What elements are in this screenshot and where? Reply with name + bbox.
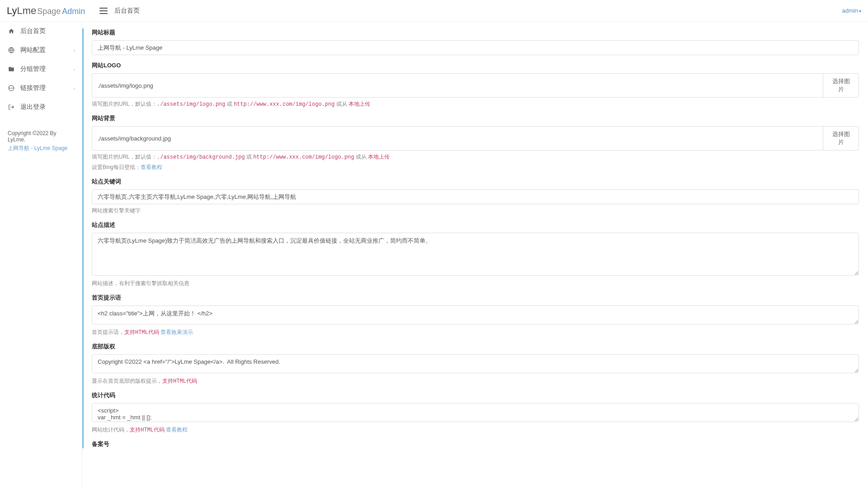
sidebar-item-logout[interactable]: 退出登录 [0, 98, 82, 117]
logo-admin: Admin [62, 7, 85, 16]
folder-icon [8, 66, 15, 73]
site-title-label: 网站标题 [92, 28, 859, 37]
home-tip-textarea[interactable]: <h2 class="title">上网，从这里开始！ </h2> [92, 305, 859, 324]
footer-copyright-label: 底部版权 [92, 343, 859, 351]
form-group-site-title: 网站标题 [92, 28, 859, 55]
logout-icon [8, 103, 15, 111]
demo-link[interactable]: 查看效果演示 [159, 329, 193, 335]
header: LyLmeSpageAdmin 后台首页 admin [0, 0, 868, 22]
sidebar-footer: Copyright ©2022 By LyLme. 上网导航 - LyLme S… [0, 130, 82, 152]
bing-tutorial-link[interactable]: 查看教程 [141, 164, 162, 170]
form-group-footer-copyright: 底部版权 Copyright ©2022 <a href="/">LyLme S… [92, 343, 859, 385]
site-logo-help: 填写图片的URL，默认值：./assets/img/logo.png 或 htt… [92, 100, 859, 108]
sidebar-item-label: 后台首页 [20, 27, 46, 35]
breadcrumb: 后台首页 [114, 7, 140, 15]
menu-toggle[interactable]: 后台首页 [99, 7, 140, 15]
site-bg-select-button[interactable]: 选择图片 [823, 126, 859, 150]
form-group-site-logo: 网站LOGO 选择图片 填写图片的URL，默认值：./assets/img/lo… [92, 61, 859, 108]
home-tip-help: 首页提示语，支持HTML代码 查看效果演示 [92, 328, 859, 336]
site-logo-label: 网站LOGO [92, 61, 859, 70]
site-logo-select-button[interactable]: 选择图片 [823, 73, 859, 98]
keywords-input[interactable] [92, 189, 859, 204]
sidebar-item-label: 分组管理 [20, 65, 46, 73]
logo-lme: Lme [17, 5, 36, 17]
sidebar-item-link-manage[interactable]: 链接管理 › [0, 79, 82, 98]
stat-code-label: 统计代码 [92, 391, 859, 399]
header-left: LyLmeSpageAdmin 后台首页 [7, 5, 140, 17]
form-group-site-bg: 网站背景 选择图片 填写图片的URL，默认值：./assets/img/back… [92, 114, 859, 171]
stat-code-help: 网站统计代码，支持HTML代码 查看教程 [92, 426, 859, 434]
form-group-home-tip: 首页提示语 <h2 class="title">上网，从这里开始！ </h2> … [92, 294, 859, 336]
desc-label: 站点描述 [92, 221, 859, 229]
local-upload-link[interactable]: 本地上传 [349, 101, 370, 108]
footer-copyright-textarea[interactable]: Copyright ©2022 <a href="/">LyLme Spage<… [92, 354, 859, 373]
logo-spage: Spage [37, 7, 61, 16]
desc-help: 网站描述，有利于搜索引擎抓取相关信息 [92, 280, 859, 287]
stat-code-textarea[interactable]: <script> var _hmt = _hmt || []; [92, 403, 859, 422]
user-menu[interactable]: admin [842, 7, 861, 14]
form-group-icp: 备案号 [92, 440, 859, 448]
stat-tutorial-link[interactable]: 查看教程 [165, 427, 188, 433]
local-upload-link[interactable]: 本地上传 [368, 154, 390, 160]
sidebar-footer-link[interactable]: 上网导航 - LyLme Spage [8, 145, 74, 152]
logo[interactable]: LyLmeSpageAdmin [7, 5, 85, 17]
logo-ly: Ly [7, 5, 17, 17]
link-icon [8, 84, 15, 92]
bing-help: 设置Bing每日壁纸：查看教程 [92, 164, 859, 171]
config-form: 网站标题 网站LOGO 选择图片 填写图片的URL，默认值：./assets/i… [82, 28, 859, 448]
site-bg-label: 网站背景 [92, 114, 859, 122]
chevron-right-icon: › [74, 86, 75, 91]
site-logo-input[interactable] [92, 73, 823, 98]
chevron-right-icon: › [74, 48, 75, 53]
main-content: 网站标题 网站LOGO 选择图片 填写图片的URL，默认值：./assets/i… [82, 22, 868, 488]
form-group-desc: 站点描述 六零导航页(LyLme Spage)致力于简洁高效无广告的上网导航和搜… [92, 221, 859, 287]
sidebar: 后台首页 网站配置 › 分组管理 › 链接管理 [0, 22, 82, 488]
sidebar-item-dashboard[interactable]: 后台首页 [0, 22, 82, 41]
icp-label: 备案号 [92, 440, 859, 448]
keywords-label: 站点关键词 [92, 178, 859, 186]
sidebar-copyright: Copyright ©2022 By LyLme. [8, 130, 57, 143]
hamburger-icon [99, 8, 108, 14]
globe-icon [8, 47, 15, 54]
keywords-help: 网站搜索引擎关键字 [92, 207, 859, 215]
site-bg-help: 填写图片的URL，默认值：./assets/img/background.jpg… [92, 153, 859, 161]
sidebar-item-group-manage[interactable]: 分组管理 › [0, 60, 82, 79]
home-icon [8, 28, 15, 35]
sidebar-item-site-config[interactable]: 网站配置 › [0, 41, 82, 60]
sidebar-item-label: 链接管理 [20, 84, 46, 92]
site-title-input[interactable] [92, 40, 859, 55]
form-group-keywords: 站点关键词 网站搜索引擎关键字 [92, 178, 859, 215]
form-group-stat-code: 统计代码 <script> var _hmt = _hmt || []; 网站统… [92, 391, 859, 434]
sidebar-item-label: 退出登录 [20, 103, 46, 111]
site-bg-input[interactable] [92, 126, 823, 150]
home-tip-label: 首页提示语 [92, 294, 859, 302]
footer-copyright-help: 显示在首页底部的版权提示，支持HTML代码 [92, 377, 859, 385]
desc-textarea[interactable]: 六零导航页(LyLme Spage)致力于简洁高效无广告的上网导航和搜索入口，沉… [92, 233, 859, 276]
chevron-right-icon: › [74, 67, 75, 72]
sidebar-item-label: 网站配置 [20, 46, 46, 54]
nav-list: 后台首页 网站配置 › 分组管理 › 链接管理 [0, 22, 82, 117]
